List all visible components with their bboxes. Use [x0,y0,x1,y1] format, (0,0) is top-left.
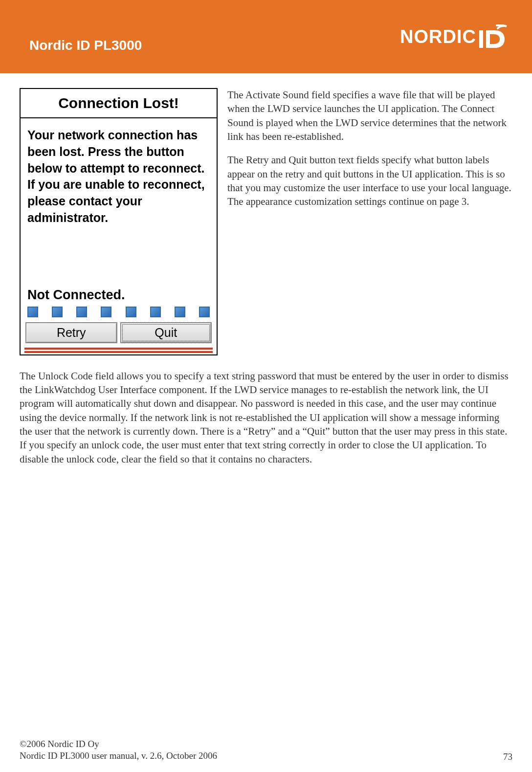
logo-id-icon [478,24,503,49]
retry-button[interactable]: Retry [25,322,117,343]
dialog-status: Not Connected. [21,287,217,303]
logo-text: NORDIC [400,26,476,47]
paragraph-unlock-code: The Unlock Code field allows you to spec… [20,369,512,466]
progress-indicator [21,303,217,322]
footer-left: ©2006 Nordic ID Oy Nordic ID PL3000 user… [20,738,217,762]
brand-logo: NORDIC [400,24,503,49]
page-footer: ©2006 Nordic ID Oy Nordic ID PL3000 user… [20,738,512,762]
header-title: Nordic ID PL3000 [29,38,142,53]
page-header: Nordic ID PL3000 NORDIC [0,0,532,73]
progress-square-icon [150,307,161,317]
side-paragraphs: The Activate Sound field specifies a wav… [227,88,512,355]
footer-manual-info: Nordic ID PL3000 user manual, v. 2.6, Oc… [20,750,217,762]
paragraph-retry-quit: The Retry and Quit button text fields sp… [227,153,512,208]
connection-lost-dialog: Connection Lost! Your network connection… [20,88,218,355]
progress-square-icon [199,307,210,317]
progress-square-icon [101,307,111,317]
page-number: 73 [503,751,512,762]
red-divider-line [24,351,213,353]
top-section: Connection Lost! Your network connection… [20,88,512,355]
progress-square-icon [27,307,38,317]
footer-copyright: ©2006 Nordic ID Oy [20,738,217,750]
red-divider-line [24,348,213,350]
dialog-title: Connection Lost! [21,89,217,118]
progress-square-icon [175,307,185,317]
svg-rect-0 [479,30,483,48]
dialog-body: Your network connection has been lost. P… [21,118,217,231]
progress-square-icon [76,307,87,317]
page-content: Connection Lost! Your network connection… [0,73,532,466]
dialog-button-row: Retry Quit [21,322,217,346]
progress-square-icon [126,307,136,317]
dialog-message: Your network connection has been lost. P… [27,127,210,226]
paragraph-activate-sound: The Activate Sound field specifies a wav… [227,88,512,143]
quit-button[interactable]: Quit [120,322,212,343]
progress-square-icon [52,307,63,317]
